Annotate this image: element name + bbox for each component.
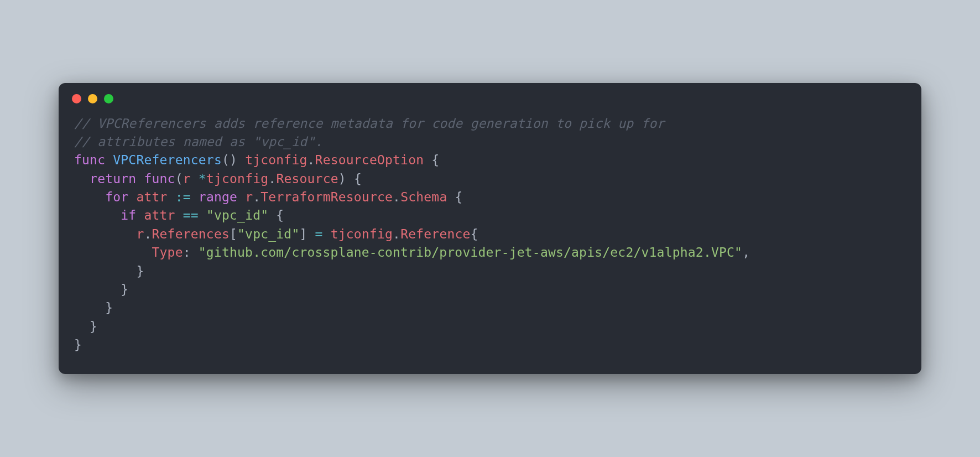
paren: ( xyxy=(222,153,230,167)
dot: . xyxy=(268,172,276,186)
keyword-func: func xyxy=(74,153,105,167)
comment-line: // VPCReferencers adds reference metadat… xyxy=(74,116,665,131)
keyword-func: func xyxy=(144,172,175,186)
minimize-icon[interactable] xyxy=(88,94,97,103)
brace: { xyxy=(455,190,463,204)
string-literal: "vpc_id" xyxy=(237,227,299,241)
dot: . xyxy=(393,227,400,241)
paren: ) xyxy=(338,172,346,186)
field: Schema xyxy=(400,190,447,204)
keyword-range: range xyxy=(199,190,237,204)
dot: . xyxy=(393,190,400,204)
package-ref: tjconfig xyxy=(206,172,268,186)
return-type: ResourceOption xyxy=(315,153,424,167)
var-attr: attr xyxy=(136,190,167,204)
brace: } xyxy=(105,300,113,315)
dot: . xyxy=(307,153,315,167)
dot: . xyxy=(253,190,260,204)
paren: ) xyxy=(230,153,237,167)
keyword-return: return xyxy=(90,172,136,186)
colon: : xyxy=(183,245,191,259)
eqeq: == xyxy=(183,208,199,222)
comment-line: // attributes named as "vpc_id". xyxy=(74,134,323,149)
brace: } xyxy=(74,337,82,352)
close-icon[interactable] xyxy=(72,94,81,103)
var-r: r xyxy=(136,227,144,241)
function-name: VPCReferencers xyxy=(113,153,222,167)
field: TerraformResource xyxy=(260,190,393,204)
string-literal: "github.com/crossplane-contrib/provider-… xyxy=(199,245,742,259)
brace: { xyxy=(276,208,284,222)
var-r: r xyxy=(245,190,253,204)
brace: { xyxy=(354,172,362,186)
brace: } xyxy=(136,264,144,278)
brace: { xyxy=(431,153,439,167)
keyword-if: if xyxy=(121,208,136,222)
bracket: [ xyxy=(230,227,237,241)
bracket: ] xyxy=(299,227,307,241)
titlebar xyxy=(59,83,921,109)
keyword-for: for xyxy=(105,190,128,204)
package-ref: tjconfig xyxy=(331,227,393,241)
coloneq: := xyxy=(175,190,191,204)
comma: , xyxy=(742,245,750,259)
zoom-icon[interactable] xyxy=(104,94,113,103)
string-literal: "vpc_id" xyxy=(206,208,268,222)
code-block: // VPCReferencers adds reference metadat… xyxy=(59,109,921,374)
type-name: Reference xyxy=(400,227,470,241)
dot: . xyxy=(144,227,152,241)
brace: } xyxy=(90,319,97,334)
package-ref: tjconfig xyxy=(245,153,307,167)
param-name: r xyxy=(183,172,191,186)
brace: { xyxy=(471,227,478,241)
paren: ( xyxy=(175,172,183,186)
struct-key: Type xyxy=(152,245,183,259)
pointer-star: * xyxy=(199,172,206,186)
field: References xyxy=(152,227,230,241)
param-type: Resource xyxy=(276,172,338,186)
var-attr: attr xyxy=(144,208,175,222)
code-window: // VPCReferencers adds reference metadat… xyxy=(59,83,921,374)
eq: = xyxy=(315,227,323,241)
brace: } xyxy=(121,282,128,297)
